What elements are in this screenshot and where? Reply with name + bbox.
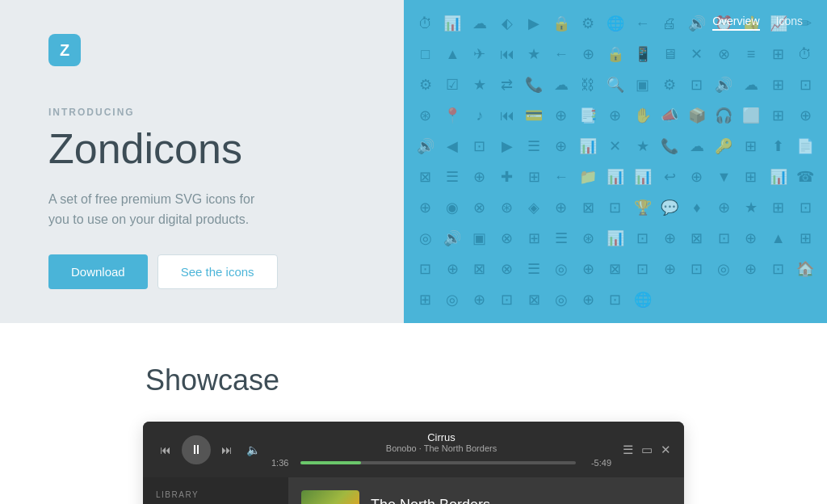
icon-cell: ⏮ bbox=[493, 39, 521, 69]
download-button[interactable]: Download bbox=[48, 254, 148, 289]
icon-cell: ⊡ bbox=[602, 192, 629, 223]
hero-title: Zondicons bbox=[48, 126, 355, 172]
icon-cell: ✕ bbox=[602, 131, 629, 162]
icon-cell: ☁ bbox=[737, 69, 765, 100]
icon-cell: ⊗ bbox=[466, 192, 493, 223]
icon-cell: 📞 bbox=[656, 131, 683, 162]
icon-cell: ⊞ bbox=[737, 131, 765, 162]
icon-cell: 📊 bbox=[602, 162, 629, 192]
icon-cell: ⊕ bbox=[683, 162, 711, 192]
icon-cell: ☁ bbox=[683, 131, 711, 162]
icon-cell: ⊞ bbox=[765, 69, 792, 100]
icon-cell: ☎ bbox=[791, 162, 819, 192]
icon-cell: ⊡ bbox=[629, 223, 657, 254]
icon-cell: ☁ bbox=[466, 8, 493, 39]
icon-cell: ⊠ bbox=[575, 192, 602, 223]
icon-cell: ⊕ bbox=[656, 223, 683, 254]
menu-icon[interactable]: ☰ bbox=[623, 443, 633, 457]
icon-cell: ♦ bbox=[683, 192, 711, 223]
icon-cell: ⊕ bbox=[412, 192, 439, 223]
introducing-label: INTRODUCING bbox=[48, 107, 355, 118]
icon-cell: ← bbox=[548, 162, 575, 192]
album-info: The North Borders Bonobo Ninja Tune bbox=[371, 497, 525, 504]
track-name: Cirrus Bonobo · The North Borders bbox=[386, 431, 497, 453]
icon-cell: ⊡ bbox=[629, 254, 657, 284]
icon-cell: ⏮ bbox=[493, 100, 521, 131]
skip-forward-button[interactable]: ⏭ bbox=[217, 440, 237, 460]
icon-cell: 🔊 bbox=[683, 8, 711, 39]
icon-cell: ⊕ bbox=[737, 223, 765, 254]
icon-cell: ⊛ bbox=[575, 223, 602, 254]
album-title: The North Borders bbox=[371, 497, 525, 504]
icon-cell: ⊠ bbox=[683, 223, 711, 254]
player-top: ⏮ ⏸ ⏭ 🔈 Cirrus Bonobo · The North Border… bbox=[143, 422, 684, 477]
icon-cell: ⏱ bbox=[791, 39, 819, 69]
icon-cell: 🔍 bbox=[602, 69, 629, 100]
icon-cell: ⊕ bbox=[602, 100, 629, 131]
icon-cell: ⊡ bbox=[412, 254, 439, 284]
icon-cell: ⊞ bbox=[520, 223, 548, 254]
icon-cell: 🔊 bbox=[711, 69, 738, 100]
icon-cell: 🖨 bbox=[656, 8, 683, 39]
album-area: The North Borders Bonobo Ninja Tune ✔ Fo… bbox=[288, 477, 684, 504]
icon-cell: ★ bbox=[520, 39, 548, 69]
icon-cell: ▶ bbox=[520, 8, 548, 39]
icon-cell: ◎ bbox=[412, 223, 439, 254]
icon-cell: ⛓ bbox=[575, 69, 602, 100]
icon-cell: ← bbox=[548, 39, 575, 69]
progress-bar[interactable] bbox=[300, 461, 576, 464]
skip-back-button[interactable]: ⏮ bbox=[156, 440, 175, 460]
icon-cell: ⊕ bbox=[466, 162, 493, 192]
player-right-icons: ☰ ▭ ✕ bbox=[623, 443, 671, 457]
nav-overview[interactable]: Overview bbox=[712, 15, 759, 31]
icon-cell: ▼ bbox=[711, 162, 738, 192]
close-icon[interactable]: ✕ bbox=[661, 443, 671, 457]
icon-cell: 🔒 bbox=[548, 8, 575, 39]
icon-cell: ⊗ bbox=[493, 254, 521, 284]
icon-cell: 📣 bbox=[656, 100, 683, 131]
icon-cell: ✚ bbox=[493, 162, 521, 192]
music-player: ⏮ ⏸ ⏭ 🔈 Cirrus Bonobo · The North Border… bbox=[143, 422, 684, 504]
time-elapsed: 1:36 bbox=[271, 458, 294, 468]
icon-cell: ⊕ bbox=[466, 284, 493, 315]
icon-cell: 📄 bbox=[791, 131, 819, 162]
icon-cell: 🔑 bbox=[711, 131, 738, 162]
album-art bbox=[301, 490, 359, 504]
icon-grid: ⏱📊☁⬖▶🔒⚙🌐←🖨🔊⏰👍📈✏□▲✈⏮★←⊕🔒📱🖥✕⊗≡⊞⏱⚙☑★⇄📞☁⛓🔍▣⚙… bbox=[404, 0, 827, 323]
play-pause-button[interactable]: ⏸ bbox=[182, 435, 211, 464]
icon-cell: ⬜ bbox=[737, 100, 765, 131]
icon-cell: ⊗ bbox=[493, 223, 521, 254]
icon-cell: 📊 bbox=[629, 162, 657, 192]
icon-cell: ⏱ bbox=[412, 8, 439, 39]
icon-cell: ⊕ bbox=[575, 254, 602, 284]
icon-cell: ☰ bbox=[439, 162, 467, 192]
icon-cell: ⊡ bbox=[602, 284, 629, 315]
hero-right: Overview Icons ⏱📊☁⬖▶🔒⚙🌐←🖨🔊⏰👍📈✏□▲✈⏮★←⊕🔒📱🖥… bbox=[404, 0, 827, 323]
icon-cell: ♪ bbox=[466, 100, 493, 131]
icon-cell: ✕ bbox=[683, 39, 711, 69]
icon-cell: ✈ bbox=[466, 39, 493, 69]
icon-cell: ⊠ bbox=[466, 254, 493, 284]
icon-cell: ⊡ bbox=[711, 223, 738, 254]
icon-cell: 🌐 bbox=[602, 8, 629, 39]
icon-cell: ⊕ bbox=[575, 39, 602, 69]
icon-cell: ⊞ bbox=[765, 39, 792, 69]
icon-cell: ◎ bbox=[439, 284, 467, 315]
showcase-section: Showcase ⏮ ⏸ ⏭ 🔈 Cirrus Bonobo · The Nor… bbox=[0, 323, 827, 504]
icon-cell: ⊡ bbox=[683, 254, 711, 284]
icon-cell: 💳 bbox=[520, 100, 548, 131]
nav-icons[interactable]: Icons bbox=[776, 15, 803, 31]
icon-cell: ⊞ bbox=[791, 223, 819, 254]
icon-cell: ⊛ bbox=[412, 100, 439, 131]
icon-cell: ◀ bbox=[439, 131, 467, 162]
icon-cell: ⊞ bbox=[765, 192, 792, 223]
icon-cell: 📍 bbox=[439, 100, 467, 131]
icon-cell: ☰ bbox=[520, 254, 548, 284]
icon-cell: ⬖ bbox=[493, 8, 521, 39]
window-icon[interactable]: ▭ bbox=[641, 443, 653, 457]
icon-cell: ⊠ bbox=[412, 162, 439, 192]
icon-cell: ★ bbox=[466, 69, 493, 100]
icon-cell: 📞 bbox=[520, 69, 548, 100]
icon-cell: ▲ bbox=[439, 39, 467, 69]
see-icons-button[interactable]: See the icons bbox=[157, 254, 278, 289]
